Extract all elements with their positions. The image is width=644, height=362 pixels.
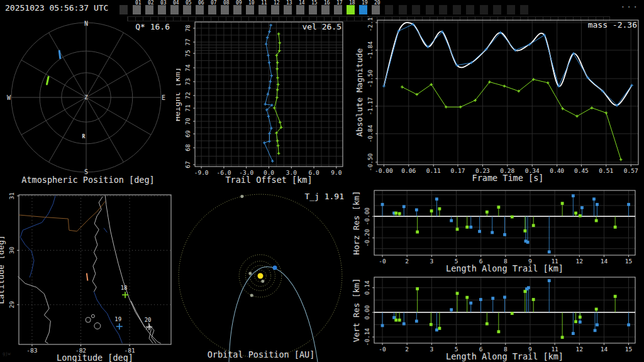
- frame-button-extra-square[interactable]: [399, 5, 407, 14]
- svg-text:67: 67: [184, 161, 191, 168]
- frame-button-extra-square[interactable]: [439, 5, 447, 14]
- frame-button-01[interactable]: 01: [133, 0, 145, 16]
- frame-button-17-square[interactable]: [334, 5, 342, 14]
- frame-button-extra[interactable]: [439, 0, 452, 16]
- atmospheric-position-panel: NESWZRQ* 16.6Atmospheric Position [deg]: [0, 16, 176, 187]
- frame-button-13-square[interactable]: [284, 5, 292, 14]
- svg-text:0.14: 0.14: [364, 280, 370, 295]
- svg-text:15: 15: [625, 258, 632, 265]
- svg-text:E: E: [162, 94, 165, 101]
- frame-button-04-square[interactable]: [170, 5, 179, 14]
- frame-button-11-square[interactable]: [258, 5, 267, 14]
- frame-button-extra-square[interactable]: [466, 5, 474, 14]
- frame-button-extra[interactable]: [412, 0, 425, 16]
- frame-button-12[interactable]: 12: [271, 0, 284, 16]
- frame-button-16[interactable]: 16: [321, 0, 334, 16]
- frame-button-extra-square[interactable]: [426, 5, 434, 14]
- frame-button-02[interactable]: 02: [145, 0, 158, 16]
- svg-text:18: 18: [121, 285, 128, 291]
- frame-button-04[interactable]: 04: [170, 0, 183, 16]
- svg-text:31: 31: [8, 192, 15, 200]
- frame-button-extra[interactable]: [480, 0, 492, 16]
- frame-button-02-square[interactable]: [145, 5, 153, 14]
- frame-button-18[interactable]: 18: [347, 0, 359, 16]
- frame-button-extra-square[interactable]: [520, 5, 528, 14]
- frame-button-07[interactable]: 07: [208, 0, 221, 16]
- app-window: 20251023 05:56:37 UTC 010203040506070809…: [0, 0, 644, 362]
- frame-button-10[interactable]: 10: [246, 0, 258, 16]
- frame-button-14-square[interactable]: [296, 5, 304, 14]
- overflow-menu-icon[interactable]: ...: [621, 0, 639, 9]
- svg-text:Horz Res [km]: Horz Res [km]: [352, 191, 361, 255]
- frame-button-13[interactable]: 13: [284, 0, 296, 16]
- frame-button-19-square[interactable]: [359, 5, 367, 14]
- frame-button-extra[interactable]: [385, 0, 397, 16]
- frame-button-extra[interactable]: [399, 0, 411, 16]
- frame-button-08-square[interactable]: [221, 5, 229, 14]
- frame-button-19[interactable]: 19: [359, 0, 372, 16]
- frame-button-07-square[interactable]: [208, 5, 216, 14]
- svg-text:73: 73: [184, 78, 191, 85]
- frame-button-17[interactable]: 17: [334, 0, 347, 16]
- frame-button-extra[interactable]: [493, 0, 506, 16]
- frame-button-09-label: 09: [236, 0, 242, 6]
- trail-offset-panel: -9.0-6.0-3.00.03.06.09.07877757473727170…: [176, 16, 351, 187]
- svg-text:-2.17: -2.17: [367, 16, 374, 31]
- frame-button-15[interactable]: 15: [309, 0, 321, 16]
- frame-button-14-label: 14: [299, 0, 305, 6]
- frame-button-extra-square[interactable]: [412, 5, 420, 14]
- frame-button-16-square[interactable]: [321, 5, 330, 14]
- ground-map-panel: -83-82-81313029Longitude [deg]Latitude […: [0, 187, 176, 362]
- frame-button-11-label: 11: [261, 0, 267, 6]
- frame-button-09[interactable]: 09: [233, 0, 246, 16]
- frame-button-20-square[interactable]: [372, 5, 380, 14]
- frame-button-pre-square[interactable]: [119, 5, 128, 14]
- svg-text:14: 14: [601, 258, 608, 265]
- frame-button-extra[interactable]: [507, 0, 519, 16]
- svg-text:0.06: 0.06: [401, 167, 416, 174]
- frame-button-extra[interactable]: [453, 0, 465, 16]
- frame-button-03[interactable]: 03: [158, 0, 170, 16]
- svg-text:2: 2: [405, 346, 409, 353]
- frame-button-03-square[interactable]: [158, 5, 166, 14]
- frame-button-08[interactable]: 08: [221, 0, 233, 16]
- frame-button-extra[interactable]: [426, 0, 438, 16]
- frame-button-06-label: 06: [198, 0, 204, 6]
- svg-text:-0.00: -0.00: [364, 207, 370, 226]
- frame-button-extra-square[interactable]: [480, 5, 488, 14]
- svg-text:Q* 16.6: Q* 16.6: [135, 22, 170, 31]
- svg-text:74: 74: [184, 64, 191, 72]
- frame-button-extra[interactable]: [520, 0, 533, 16]
- frame-button-extra-square[interactable]: [385, 5, 393, 14]
- svg-text:72: 72: [184, 92, 191, 99]
- frame-button-14[interactable]: 14: [296, 0, 309, 16]
- frame-button-20[interactable]: 20: [372, 0, 384, 16]
- frame-button-09-square[interactable]: [233, 5, 242, 14]
- svg-text:W: W: [7, 94, 11, 101]
- frame-button-extra-square[interactable]: [493, 5, 501, 14]
- frame-button-06-square[interactable]: [196, 5, 204, 14]
- frame-button-extra-square[interactable]: [453, 5, 461, 14]
- frame-button-20-label: 20: [374, 0, 380, 6]
- svg-text:-1.84: -1.84: [367, 41, 374, 59]
- frame-button-06[interactable]: 06: [196, 0, 208, 16]
- frame-button-extra-square[interactable]: [507, 5, 515, 14]
- frame-button-12-square[interactable]: [271, 5, 279, 14]
- frame-button-16-label: 16: [324, 0, 330, 6]
- frame-button-extra[interactable]: [466, 0, 479, 16]
- frame-button-10-square[interactable]: [246, 5, 254, 14]
- frame-button-05[interactable]: 05: [183, 0, 196, 16]
- svg-text:71: 71: [184, 104, 191, 112]
- frame-button-15-label: 15: [311, 0, 318, 6]
- frame-button-11[interactable]: 11: [258, 0, 271, 16]
- svg-text:-0.50: -0.50: [367, 153, 374, 171]
- frame-button-pre[interactable]: [119, 0, 132, 16]
- frame-button-05-square[interactable]: [183, 5, 191, 14]
- frame-button-01-square[interactable]: [133, 5, 141, 14]
- frame-button-15-square[interactable]: [309, 5, 317, 14]
- svg-text:3: 3: [430, 258, 433, 265]
- svg-text:3: 3: [430, 346, 433, 353]
- svg-text:Vert Res [km]: Vert Res [km]: [352, 278, 361, 343]
- frame-button-18-square[interactable]: [347, 5, 355, 14]
- svg-text:-9.0: -9.0: [194, 169, 209, 176]
